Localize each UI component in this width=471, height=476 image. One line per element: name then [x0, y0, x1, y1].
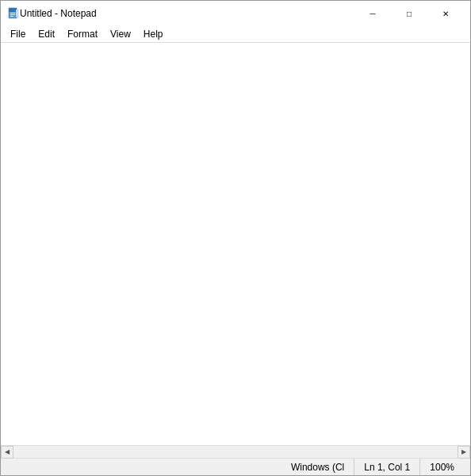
notepad-window: Untitled - Notepad ─ □ ✕ File Edit Forma…: [0, 0, 471, 476]
svg-rect-5: [16, 10, 18, 17]
menu-help[interactable]: Help: [137, 26, 170, 43]
scroll-right-button[interactable]: ▶: [458, 446, 470, 459]
svg-rect-4: [10, 16, 13, 17]
text-editor[interactable]: [1, 43, 470, 445]
scroll-left-button[interactable]: ◀: [1, 446, 13, 459]
editor-area: [1, 43, 470, 445]
window-controls: ─ □ ✕: [354, 1, 464, 26]
cursor-position: Ln 1, Col 1: [354, 459, 419, 475]
scroll-track[interactable]: [13, 446, 458, 458]
menu-file[interactable]: File: [4, 26, 32, 43]
notepad-icon: [7, 7, 20, 20]
minimize-button[interactable]: ─: [354, 1, 391, 26]
menu-view[interactable]: View: [104, 26, 137, 43]
window-title: Untitled - Notepad: [20, 8, 354, 19]
close-button[interactable]: ✕: [427, 1, 464, 26]
svg-rect-3: [10, 14, 15, 15]
encoding-status: Windows (Cl: [281, 459, 354, 475]
maximize-button[interactable]: □: [391, 1, 427, 26]
title-bar: Untitled - Notepad ─ □ ✕: [1, 1, 470, 26]
menu-format[interactable]: Format: [61, 26, 104, 43]
menu-bar: File Edit Format View Help: [1, 26, 470, 43]
menu-edit[interactable]: Edit: [32, 26, 61, 43]
zoom-level: 100%: [419, 459, 464, 475]
svg-rect-1: [9, 8, 17, 12]
horizontal-scrollbar: ◀ ▶: [1, 445, 470, 458]
svg-rect-2: [10, 13, 15, 13]
status-bar: Windows (Cl Ln 1, Col 1 100%: [1, 458, 470, 475]
